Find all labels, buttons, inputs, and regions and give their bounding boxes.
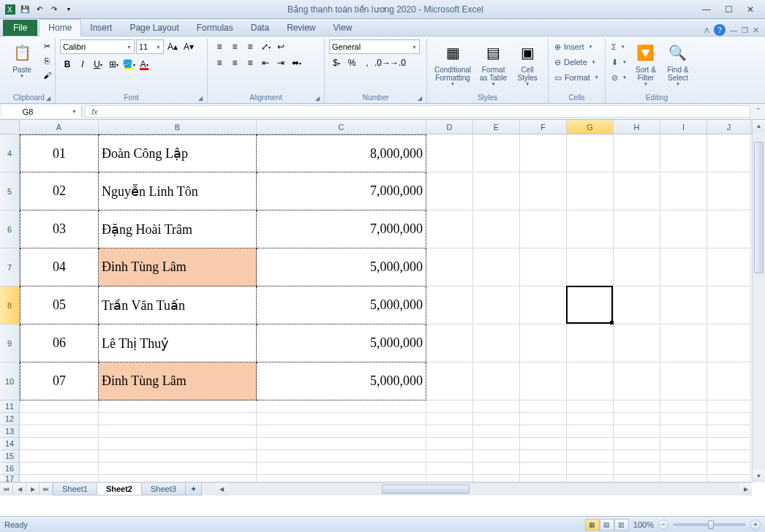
cell-A16[interactable] xyxy=(20,463,99,475)
normal-view-button[interactable]: ▦ xyxy=(585,519,600,531)
cell-A12[interactable] xyxy=(20,413,99,425)
cell-E4[interactable] xyxy=(473,134,520,172)
column-header-H[interactable]: H xyxy=(614,120,660,134)
minimize-button[interactable]: — xyxy=(696,3,717,16)
cell-F14[interactable] xyxy=(520,438,567,450)
cell-C16[interactable] xyxy=(257,463,426,475)
tab-insert[interactable]: Insert xyxy=(81,20,121,36)
sheet-nav-first-icon[interactable]: ⏮ xyxy=(0,483,13,495)
sheet-nav-prev-icon[interactable]: ◀ xyxy=(13,483,26,495)
vertical-scrollbar[interactable]: ▲ ▼ xyxy=(752,120,765,482)
cell-I9[interactable] xyxy=(660,324,707,362)
cell-E5[interactable] xyxy=(473,172,520,210)
cell-H4[interactable] xyxy=(614,134,660,172)
cell-H8[interactable] xyxy=(614,286,660,324)
cell-D4[interactable] xyxy=(426,134,473,172)
cell-G17[interactable] xyxy=(567,475,614,482)
number-launcher-icon[interactable]: ◢ xyxy=(418,95,422,102)
cell-B15[interactable] xyxy=(99,450,257,463)
cell-D12[interactable] xyxy=(426,413,473,425)
font-color-button[interactable]: A▾ xyxy=(137,57,151,72)
row-header-4[interactable]: 4 xyxy=(0,134,19,172)
italic-button[interactable]: I xyxy=(75,57,90,72)
cell-D15[interactable] xyxy=(426,450,473,463)
tab-home[interactable]: Home xyxy=(39,19,81,37)
cell-C10[interactable]: 5,000,000 xyxy=(257,362,426,400)
cell-B7[interactable]: Đinh Tùng Lâm xyxy=(99,248,257,286)
cut-icon[interactable]: ✂ xyxy=(39,39,54,53)
cell-J11[interactable] xyxy=(707,400,751,413)
orientation-icon[interactable]: ⤢▾ xyxy=(258,39,273,54)
cell-E9[interactable] xyxy=(473,324,520,362)
maximize-button[interactable]: ☐ xyxy=(718,3,739,16)
qat-dropdown-icon[interactable]: ▼ xyxy=(63,4,75,15)
cell-E11[interactable] xyxy=(473,400,520,413)
number-format-combo[interactable]: General▼ xyxy=(329,39,420,54)
cell-J7[interactable] xyxy=(707,248,751,286)
zoom-slider[interactable] xyxy=(673,523,746,526)
paste-button[interactable]: 📋 Paste ▼ xyxy=(7,39,37,80)
cell-B10[interactable]: Đinh Tùng Lâm xyxy=(99,362,257,400)
column-header-B[interactable]: B xyxy=(99,120,257,134)
cell-A13[interactable] xyxy=(20,425,99,438)
cell-B11[interactable] xyxy=(99,400,257,413)
comma-icon[interactable]: , xyxy=(360,56,374,70)
cell-A11[interactable] xyxy=(20,400,99,413)
cell-H13[interactable] xyxy=(614,425,660,438)
cell-D16[interactable] xyxy=(426,463,473,475)
tab-page-layout[interactable]: Page Layout xyxy=(121,20,187,36)
cell-C13[interactable] xyxy=(257,425,426,438)
column-header-F[interactable]: F xyxy=(520,120,567,134)
cell-F7[interactable] xyxy=(520,248,567,286)
cell-F12[interactable] xyxy=(520,413,567,425)
page-layout-view-button[interactable]: ▤ xyxy=(600,519,614,531)
format-as-table-button[interactable]: ▤ Format as Table▼ xyxy=(477,39,510,88)
zoom-slider-knob[interactable] xyxy=(708,520,714,529)
decrease-decimal-icon[interactable]: →.0 xyxy=(391,56,405,70)
sheet-tab-sheet3[interactable]: Sheet3 xyxy=(141,483,186,495)
help-icon[interactable]: ? xyxy=(714,24,726,36)
column-header-G[interactable]: G xyxy=(567,120,614,134)
cell-C7[interactable]: 5,000,000 xyxy=(257,248,426,286)
cell-H15[interactable] xyxy=(614,450,660,463)
spreadsheet-grid[interactable]: ABCDEFGHIJ 4567891011121314151617 01Đoàn… xyxy=(0,120,765,495)
cell-A14[interactable] xyxy=(20,438,99,450)
scroll-down-icon[interactable]: ▼ xyxy=(753,470,765,482)
column-header-E[interactable]: E xyxy=(473,120,520,134)
cell-I4[interactable] xyxy=(660,134,707,172)
tab-view[interactable]: View xyxy=(325,20,361,36)
cell-G14[interactable] xyxy=(567,438,614,450)
cell-H10[interactable] xyxy=(614,362,660,400)
cells-area[interactable]: 01Đoàn Công Lập8,000,00002Nguyễn Linh Tô… xyxy=(20,134,752,482)
cell-G12[interactable] xyxy=(567,413,614,425)
autosum-button[interactable]: Σ▼ xyxy=(610,39,628,54)
row-header-6[interactable]: 6 xyxy=(0,210,19,248)
cell-F10[interactable] xyxy=(520,362,567,400)
fill-button[interactable]: ⬇▼ xyxy=(610,55,628,69)
close-button[interactable]: ✕ xyxy=(740,3,761,16)
font-launcher-icon[interactable]: ◢ xyxy=(198,95,203,102)
window-min-icon[interactable]: — xyxy=(730,26,737,34)
cell-A8[interactable]: 05 xyxy=(20,286,99,324)
row-header-9[interactable]: 9 xyxy=(0,324,19,362)
grow-font-icon[interactable]: A▴ xyxy=(165,39,180,54)
alignment-launcher-icon[interactable]: ◢ xyxy=(315,95,320,102)
cell-F8[interactable] xyxy=(520,286,567,324)
cell-B4[interactable]: Đoàn Công Lập xyxy=(99,134,257,172)
formula-input[interactable] xyxy=(104,107,750,116)
column-header-I[interactable]: I xyxy=(660,120,707,134)
cell-B13[interactable] xyxy=(99,425,257,438)
cell-J12[interactable] xyxy=(707,413,751,425)
cell-F5[interactable] xyxy=(520,172,567,210)
cell-G7[interactable] xyxy=(567,248,614,286)
shrink-font-icon[interactable]: A▾ xyxy=(181,39,196,54)
page-break-view-button[interactable]: ▥ xyxy=(614,519,629,531)
cell-C4[interactable]: 8,000,000 xyxy=(257,134,426,172)
cell-G9[interactable] xyxy=(567,324,614,362)
cell-C5[interactable]: 7,000,000 xyxy=(257,172,426,210)
cell-B16[interactable] xyxy=(99,463,257,475)
sheet-tab-sheet2[interactable]: Sheet2 xyxy=(97,483,142,495)
cell-C6[interactable]: 7,000,000 xyxy=(257,210,426,248)
cell-C17[interactable] xyxy=(257,475,426,482)
sort-filter-button[interactable]: 🔽 Sort & Filter▼ xyxy=(631,39,660,88)
